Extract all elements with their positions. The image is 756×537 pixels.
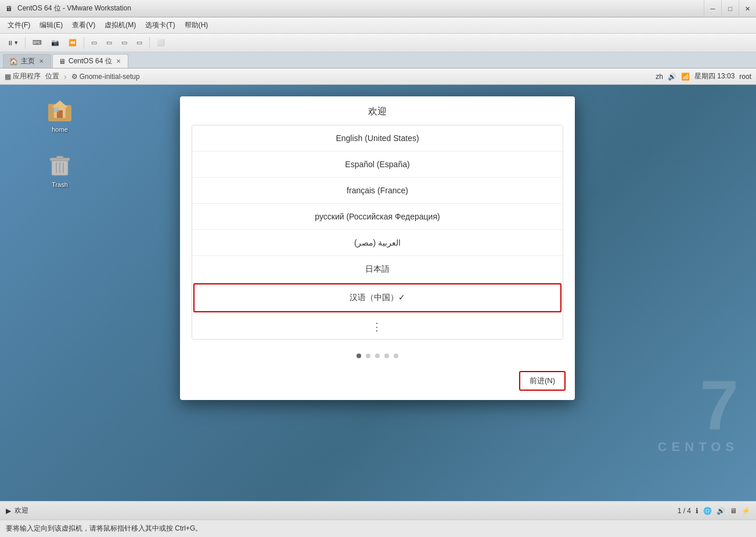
nav-applications[interactable]: ▦ 应用程序 xyxy=(5,71,41,81)
lang-more[interactable]: ⋮ xyxy=(192,312,563,340)
language-list[interactable]: English (United States) Español (España)… xyxy=(192,125,563,340)
tab-home[interactable]: 🏠 主页 ✕ xyxy=(3,54,51,68)
home-folder-icon xyxy=(46,96,74,124)
lang-ja[interactable]: 日本語 xyxy=(192,256,563,283)
nav-setup[interactable]: ⚙ Gnome-initial-setup xyxy=(71,73,140,81)
desktop-icon-home[interactable]: home xyxy=(39,93,80,135)
restore-button[interactable]: □ xyxy=(721,0,739,17)
vm-icon-2: ▭ xyxy=(106,39,112,46)
centos-tab-icon: 🖥 xyxy=(59,57,66,66)
gnome-setup-icon: ⚙ xyxy=(71,73,78,81)
home-icon-label: home xyxy=(52,126,68,133)
vm-button-4[interactable]: ▭ xyxy=(132,37,146,49)
dot-5 xyxy=(394,354,398,358)
info-icon[interactable]: ℹ xyxy=(696,507,699,515)
dialog-footer: 前进(N) xyxy=(180,366,575,400)
home-tab-close[interactable]: ✕ xyxy=(38,58,45,64)
statusbar-left: ▶ 欢迎 xyxy=(6,506,28,516)
menu-edit[interactable]: 编辑(E) xyxy=(35,19,67,31)
toolbar-sep-1 xyxy=(25,37,26,49)
network-status-icon: 🌐 xyxy=(703,507,712,515)
svg-rect-5 xyxy=(54,107,59,112)
toolbar-sep-3 xyxy=(149,37,150,49)
display-status-icon: 🖥 xyxy=(730,507,737,515)
vm-icon-3: ▭ xyxy=(121,39,127,46)
dialog-content: English (United States) Español (España)… xyxy=(180,125,575,345)
home-tab-icon: 🏠 xyxy=(9,57,18,66)
statusbar: ▶ 欢迎 1 / 4 ℹ 🌐 🔊 🖥 ⚡ xyxy=(0,501,756,520)
lang-en[interactable]: English (United States) xyxy=(192,125,563,152)
nav-app-icon: ▦ xyxy=(5,73,11,81)
window-title: CentOS 64 位 - VMware Workstation xyxy=(17,3,704,13)
menu-tab[interactable]: 选项卡(T) xyxy=(141,19,179,31)
app-icon: 🖥 xyxy=(3,3,15,15)
vm-icon-1: ▭ xyxy=(91,39,97,46)
toolbar: ⏸ ▾ ⌨ 📷 ⏪ ▭ ▭ ▭ ▭ ⬜ xyxy=(0,34,756,52)
time-display[interactable]: 星期四 13:03 xyxy=(694,71,735,81)
menu-file[interactable]: 文件(F) xyxy=(3,19,35,31)
nav-separator: › xyxy=(64,72,67,81)
desktop-icon-trash[interactable]: Trash xyxy=(39,149,80,190)
snapshot-button[interactable]: 📷 xyxy=(47,37,63,49)
close-button[interactable]: ✕ xyxy=(739,0,756,17)
trash-folder-icon xyxy=(46,151,74,179)
snapshot-icon: 📷 xyxy=(51,39,59,46)
centos-brand-text: CENTOS xyxy=(658,439,739,455)
next-button[interactable]: 前进(N) xyxy=(519,371,566,391)
fullscreen-button[interactable]: ⬜ xyxy=(153,37,169,49)
dialog-progress-dots xyxy=(180,345,575,366)
dot-1 xyxy=(357,354,361,358)
nav-places[interactable]: 位置 xyxy=(45,71,59,81)
svg-rect-8 xyxy=(56,156,63,158)
pause-dropdown: ▾ xyxy=(15,39,18,46)
lang-es[interactable]: Español (España) xyxy=(192,152,563,178)
centos-version-number: 7 xyxy=(700,370,739,439)
usb-status-icon: ⚡ xyxy=(741,507,750,515)
vm-status-icon: ▶ xyxy=(6,507,11,515)
menu-help[interactable]: 帮助(H) xyxy=(180,19,213,31)
window-controls: ─ □ ✕ xyxy=(704,0,756,17)
vm-button-3[interactable]: ▭ xyxy=(117,37,131,49)
lang-ru[interactable]: русский (Российская Федерация) xyxy=(192,204,563,230)
dot-2 xyxy=(366,354,370,358)
dialog-title: 欢迎 xyxy=(180,96,575,125)
lang-fr[interactable]: français (France) xyxy=(192,178,563,204)
lang-indicator: zh xyxy=(656,73,663,81)
tabbar: 🏠 主页 ✕ 🖥 CentOS 64 位 ✕ xyxy=(0,52,756,69)
fullscreen-icon: ⬜ xyxy=(157,39,165,46)
user-indicator[interactable]: root xyxy=(739,73,751,81)
dot-4 xyxy=(384,354,389,358)
centos-tab-close[interactable]: ✕ xyxy=(115,58,122,64)
keyboard-icon: ⌨ xyxy=(33,39,42,46)
menu-view[interactable]: 查看(V) xyxy=(67,19,100,31)
vm-icon-4: ▭ xyxy=(136,39,142,46)
lang-zh[interactable]: 汉语（中国）✓ xyxy=(193,283,561,312)
vm-button-2[interactable]: ▭ xyxy=(102,37,116,49)
send-ctrl-alt-del[interactable]: ⌨ xyxy=(28,37,46,49)
revert-button[interactable]: ⏪ xyxy=(64,37,81,49)
tab-centos[interactable]: 🖥 CentOS 64 位 ✕ xyxy=(52,54,128,68)
pause-button[interactable]: ⏸ ▾ xyxy=(3,37,22,49)
navbar-right: zh 🔊 📶 星期四 13:03 root xyxy=(656,71,751,81)
menubar: 文件(F) 编辑(E) 查看(V) 虚拟机(M) 选项卡(T) 帮助(H) xyxy=(0,17,756,34)
toolbar-sep-2 xyxy=(84,37,84,49)
welcome-dialog: 欢迎 English (United States) Español (Espa… xyxy=(180,96,575,400)
volume-icon[interactable]: 🔊 xyxy=(668,73,676,81)
infobar-message: 要将输入定向到该虚拟机，请将鼠标指针移入其中或按 Ctrl+G。 xyxy=(6,524,202,534)
desktop: 7 CENTOS home xyxy=(0,85,756,501)
infobar: 要将输入定向到该虚拟机，请将鼠标指针移入其中或按 Ctrl+G。 xyxy=(0,520,756,537)
menu-vm[interactable]: 虚拟机(M) xyxy=(100,19,141,31)
centos-watermark: 7 CENTOS xyxy=(658,370,739,455)
dot-3 xyxy=(375,354,380,358)
trash-icon-label: Trash xyxy=(52,181,68,188)
pause-icon: ⏸ xyxy=(7,39,13,46)
lang-ar[interactable]: العربية (مصر) xyxy=(192,230,563,256)
page-info: 1 / 4 xyxy=(678,507,691,515)
centos-tab-label: CentOS 64 位 xyxy=(69,56,112,66)
titlebar: 🖥 CentOS 64 位 - VMware Workstation ─ □ ✕ xyxy=(0,0,756,17)
home-tab-label: 主页 xyxy=(21,56,35,66)
network-icon[interactable]: 📶 xyxy=(681,73,690,81)
vm-button-1[interactable]: ▭ xyxy=(87,37,101,49)
minimize-button[interactable]: ─ xyxy=(704,0,721,17)
navbar: ▦ 应用程序 位置 › ⚙ Gnome-initial-setup zh 🔊 📶… xyxy=(0,69,756,85)
